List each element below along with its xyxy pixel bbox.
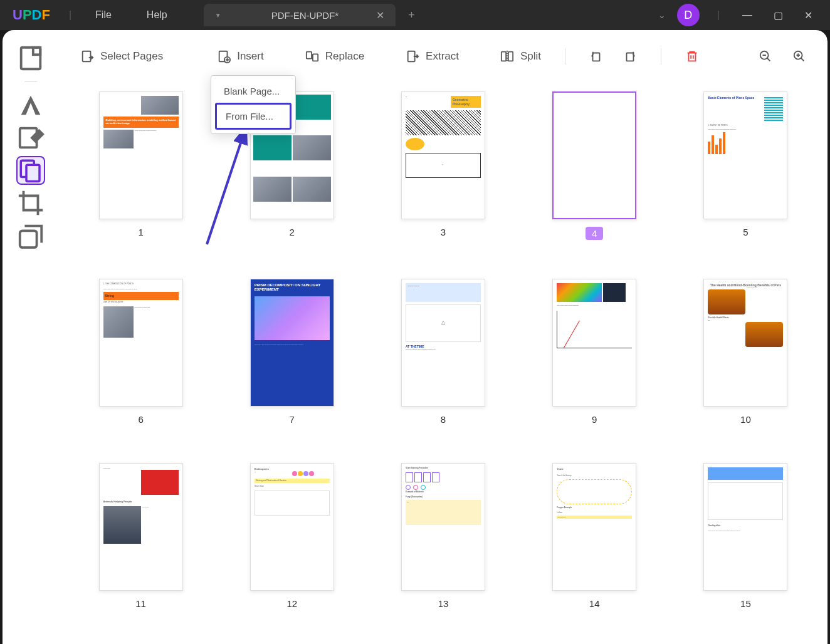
page-grid: Building environment information modelin…	[59, 73, 827, 644]
titlebar: UPDF | File Help ▼ PDF-EN-UPDF* ✕ + ⌄ D …	[0, 0, 830, 30]
zoom-out-button[interactable]	[750, 44, 781, 68]
svg-rect-9	[307, 52, 312, 59]
page-number: 1	[138, 227, 143, 237]
page-number: 10	[740, 414, 751, 425]
file-menu[interactable]: File	[78, 9, 129, 21]
select-pages-button[interactable]: Select Pages	[71, 44, 172, 68]
sidebar-organize-icon[interactable]	[16, 156, 45, 185]
sidebar-crop-icon[interactable]	[16, 189, 45, 217]
tab-dropdown-icon[interactable]: ▼	[215, 12, 221, 19]
sidebar-stack-icon[interactable]	[16, 221, 45, 250]
delete-button[interactable]	[676, 44, 708, 68]
page-item: The Health and Mood-Boosting Benefits of…	[703, 279, 787, 441]
new-tab-button[interactable]: +	[396, 9, 428, 22]
page-item: Lorem ipsum dolor sit amet consectetur 9	[552, 279, 636, 441]
svg-rect-5	[20, 231, 37, 247]
divider: |	[717, 9, 720, 21]
svg-rect-6	[83, 51, 91, 62]
page-item: Endospores txt Staining and Observation …	[250, 463, 334, 625]
page-thumbnail-13[interactable]: Gram Staining Procedure Example of Bacte…	[401, 463, 485, 591]
rotate-right-button[interactable]	[614, 44, 646, 68]
page-thumbnail-12[interactable]: Endospores txt Staining and Observation …	[250, 463, 334, 591]
svg-rect-13	[508, 52, 513, 61]
page-item: Gram Staining Procedure Example of Bacte…	[401, 463, 485, 625]
split-button[interactable]: Split	[491, 44, 550, 68]
svg-rect-10	[313, 54, 318, 61]
replace-button[interactable]: Replace	[297, 44, 373, 68]
page-item: 4	[552, 91, 636, 256]
svg-rect-15	[627, 53, 634, 61]
page-thumbnail-6[interactable]: 1. THE COMPOSITION OF POINTS Lorem ipsum…	[99, 279, 183, 407]
page-thumbnail-5[interactable]: Basic Elements of Plane Space 1. KNOW TH…	[703, 91, 787, 219]
page-number: 2	[290, 227, 295, 237]
page-thumbnail-14[interactable]: Yeast Yeast Life History Fungus Example …	[552, 463, 636, 591]
svg-rect-0	[21, 48, 41, 70]
help-menu[interactable]: Help	[129, 9, 185, 21]
sidebar-reader-icon[interactable]	[16, 44, 45, 73]
zoom-in-button[interactable]	[784, 44, 815, 68]
page-thumbnail-3[interactable]: txtGeometric Philosophy ✦	[401, 91, 485, 219]
document-tab[interactable]: ▼ PDF-EN-UPDF* ✕	[204, 4, 396, 26]
close-tab-icon[interactable]: ✕	[376, 9, 384, 21]
page-thumbnail-10[interactable]: The Health and Mood-Boosting Benefits of…	[703, 279, 787, 407]
divider: |	[69, 9, 71, 21]
page-number: 13	[438, 598, 449, 609]
page-thumbnail-11[interactable]: Lorem ipsum Animals Helping People text …	[99, 463, 183, 591]
page-item: PRISM DECOMPOSITI ON SUNLIGHT EXPERIMENT…	[250, 279, 334, 441]
page-item: Building environment information modelin…	[99, 91, 183, 256]
tab-title: PDF-EN-UPDF*	[271, 10, 339, 21]
page-number: 9	[592, 414, 597, 425]
page-item: Basic Elements of Plane Space 1. KNOW TH…	[703, 91, 787, 256]
insert-button[interactable]: Insert	[208, 44, 273, 68]
page-thumbnail-7[interactable]: PRISM DECOMPOSITI ON SUNLIGHT EXPERIMENT…	[250, 279, 334, 407]
page-item: txtGeometric Philosophy ✦ 3	[401, 91, 485, 256]
page-item: 1. THE COMPOSITION OF POINTS Lorem ipsum…	[99, 279, 183, 441]
page-item: Lorem ipsum dolor sit △ AT THETIME Lorem…	[401, 279, 485, 441]
user-avatar[interactable]: D	[677, 4, 700, 26]
insert-dropdown-menu: Blank Page... From File...	[211, 75, 296, 134]
page-number: 4	[586, 227, 603, 240]
toolbar: Select Pages Insert Replace Extract Spli…	[59, 30, 827, 73]
close-window-button[interactable]: ✕	[799, 7, 817, 24]
svg-rect-12	[502, 52, 506, 61]
page-number: 14	[589, 598, 600, 609]
blank-page-option[interactable]: Blank Page...	[215, 80, 292, 103]
page-thumbnail-8[interactable]: Lorem ipsum dolor sit △ AT THETIME Lorem…	[401, 279, 485, 407]
svg-rect-4	[26, 165, 39, 181]
sidebar	[3, 30, 59, 644]
svg-rect-14	[593, 53, 600, 61]
page-number: 7	[290, 414, 295, 425]
extract-button[interactable]: Extract	[397, 44, 468, 68]
page-number: 6	[138, 414, 143, 425]
app-logo: UPDF	[0, 7, 63, 23]
page-number: 12	[286, 598, 297, 609]
page-number: 8	[441, 414, 446, 425]
page-item: Dinoflagellata Lorem ipsum dolor sit ame…	[703, 463, 787, 625]
page-number: 5	[743, 227, 748, 237]
sidebar-edit-icon[interactable]	[16, 123, 45, 152]
page-thumbnail-1[interactable]: Building environment information modelin…	[99, 91, 183, 219]
page-number: 3	[441, 227, 446, 237]
page-item: Yeast Yeast Life History Fungus Example …	[552, 463, 636, 625]
page-number: 11	[135, 598, 146, 609]
page-thumbnail-15[interactable]: Dinoflagellata Lorem ipsum dolor sit ame…	[703, 463, 787, 591]
page-number: 15	[740, 598, 751, 609]
chevron-down-icon[interactable]: ⌄	[658, 10, 666, 20]
page-thumbnail-4[interactable]	[552, 91, 636, 219]
minimize-button[interactable]: —	[737, 7, 757, 23]
rotate-left-button[interactable]	[580, 44, 612, 68]
page-item: Lorem ipsum Animals Helping People text …	[99, 463, 183, 625]
svg-rect-1	[33, 48, 40, 55]
sidebar-comment-icon[interactable]	[16, 91, 45, 120]
page-thumbnail-9[interactable]: Lorem ipsum dolor sit amet consectetur	[552, 279, 636, 407]
from-file-option[interactable]: From File...	[215, 103, 292, 130]
maximize-button[interactable]: ▢	[769, 7, 788, 24]
